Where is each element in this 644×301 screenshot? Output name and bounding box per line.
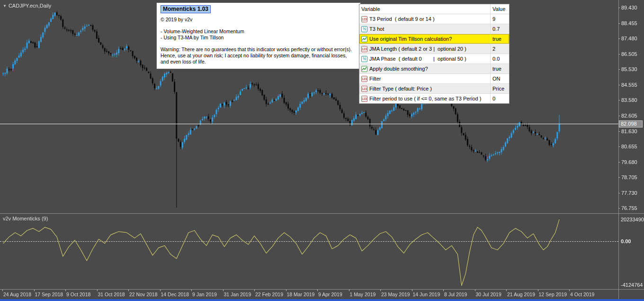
time-axis-label: 17 Sep 2018 (35, 292, 63, 297)
price-axis-label: 80.655 (621, 144, 637, 149)
indicator-title: Momenticks 1.03 (161, 5, 211, 13)
time-axis-label: 30 Jul 2019 (476, 292, 501, 297)
price-axis-label: 85.530 (621, 66, 637, 72)
param-row: 123JMA Length ( default 2 or 3 | optiona… (359, 44, 509, 54)
time-axis-label: 1 May 2019 (350, 292, 376, 297)
warning-line: and even loss of life. (161, 59, 357, 65)
param-label: Filter period to use ( if <= 0, same as … (369, 96, 481, 101)
price-axis-label: 86.505 (621, 51, 637, 57)
param-label: T3 Period ( default 9 or 14 ) (369, 16, 435, 22)
time-axis-tick (569, 290, 570, 291)
time-axis-tick (538, 290, 538, 291)
price-axis-label: 88.455 (621, 20, 637, 26)
bool-param-icon (361, 36, 367, 42)
time-axis-label: 14 Jun 2019 (413, 292, 440, 297)
price-axis-label: 77.730 (621, 190, 637, 196)
copyright-text: © 2019 by v2v (161, 17, 357, 23)
bid-price-box: 82.098 (619, 120, 643, 128)
oscillator-min-label: -4124764 (621, 282, 643, 288)
time-axis-tick (191, 290, 192, 291)
price-axis-tick (618, 193, 620, 193)
time-axis-tick (2, 290, 3, 291)
time-axis-label: 31 Oct 2018 (98, 292, 125, 297)
param-label: Filter (369, 76, 381, 82)
param-row: 123Filter period to use ( if <= 0, same … (359, 93, 509, 103)
time-axis-label: 23 May 2019 (381, 292, 410, 297)
bid-price-line (0, 124, 618, 124)
chevron-down-icon: ▼ (3, 4, 7, 8)
price-axis-tick (618, 23, 620, 24)
param-label: JMA Phase ( default 0 | optional 50 ) (369, 56, 466, 62)
param-row: 123Filter Type ( default: Price )Price (359, 83, 509, 93)
time-axis-label: 22 Feb 2019 (255, 292, 283, 297)
indicator-info-box: Momenticks 1.03 © 2019 by v2v - Volume-W… (156, 2, 361, 69)
time-axis-tick (317, 290, 318, 291)
window-bottom-edge (0, 299, 644, 301)
indicator-params-table: Variable Value 123T3 Period ( default 9 … (359, 4, 510, 104)
pane-separator-main[interactable] (0, 213, 644, 214)
int-param-icon: 123 (361, 16, 367, 22)
price-axis-tick (618, 54, 620, 55)
param-value: true (492, 36, 501, 42)
params-header-row: Variable Value (359, 4, 509, 14)
time-axis-tick (412, 290, 412, 291)
param-label: T3 hot (369, 26, 384, 32)
param-label: Apply double smoothing? (369, 66, 428, 72)
price-axis-label: 76.755 (621, 205, 637, 211)
double-param-icon: ½ (361, 56, 367, 62)
int-param-icon: 123 (361, 86, 367, 92)
header-variable: Variable (359, 4, 490, 14)
feature-bullets: - Volume-Weighted Linear Momentum- Using… (161, 28, 357, 41)
param-row: ½T3 hot0.7 (359, 24, 509, 34)
price-axis-tick (618, 116, 620, 116)
param-row: 123T3 Period ( default 9 or 14 )9 (359, 14, 509, 24)
time-axis-label: 12 Sep 2019 (539, 292, 567, 297)
price-axis-tick (618, 69, 620, 70)
time-axis-tick (65, 290, 66, 291)
time-axis-tick (349, 290, 349, 291)
price-axis-tick (618, 177, 620, 178)
time-axis-label: 24 Aug 2018 (3, 292, 31, 297)
price-axis-label: 81.630 (621, 128, 637, 134)
param-row: Apply double smoothing?true (359, 64, 509, 73)
time-axis-label: 31 Jan 2019 (224, 292, 251, 297)
param-row: 123FilterON (359, 73, 509, 83)
int-param-icon: 123 (361, 96, 367, 102)
param-value: Price (492, 86, 504, 91)
price-axis[interactable]: 89.43088.45587.48086.50585.53084.55583.5… (619, 0, 644, 290)
time-axis-label: 14 Dec 2018 (161, 292, 189, 297)
info-bullet-line: - Volume-Weighted Linear Momentum (161, 28, 357, 35)
param-label: Filter Type ( default: Price ) (369, 86, 432, 91)
chart-symbol-label[interactable]: ▼ CADJPY.ecn,Daily (3, 3, 51, 9)
param-value: 0 (492, 96, 495, 101)
price-axis-label: 89.430 (621, 5, 637, 10)
time-axis-tick (160, 290, 161, 291)
price-axis-label: 83.580 (621, 97, 637, 103)
time-axis-label: 9 Apr 2019 (318, 292, 342, 297)
price-axis-tick (618, 131, 620, 132)
param-value: 0.7 (492, 26, 500, 32)
time-axis-tick (254, 290, 255, 291)
info-title-row: Momenticks 1.03 (161, 5, 357, 13)
time-axis-tick (128, 290, 129, 291)
time-axis-label: 9 Oct 2018 (66, 292, 90, 297)
param-label: Use original Tim Tillson calculation? (369, 36, 452, 42)
oscillator-zero-label: 0.00 (621, 238, 631, 244)
param-row: ½JMA Phase ( default 0 | optional 50 )0.… (359, 54, 509, 64)
warning-line: Hence, use at your own risk; I accept no… (161, 53, 357, 59)
header-value: Value (490, 4, 509, 14)
param-value: ON (492, 76, 501, 82)
int-param-icon: 123 (361, 76, 367, 82)
time-axis-tick (223, 290, 224, 291)
price-axis-tick (618, 100, 620, 100)
double-param-icon: ½ (361, 26, 367, 32)
mt4-chart-window: ▼ CADJPY.ecn,Daily Momenticks 1.03 © 201… (0, 0, 644, 301)
time-axis-label: 18 Mar 2019 (287, 292, 315, 297)
time-axis-label: 21 Aug 2019 (507, 292, 535, 297)
subwindow-indicator-label: v2v Momenticks (9) (3, 216, 48, 221)
param-row: Use original Tim Tillson calculation?tru… (359, 34, 509, 44)
time-axis-tick (475, 290, 475, 291)
param-value: 9 (492, 16, 495, 22)
time-axis[interactable]: 24 Aug 201817 Sep 20189 Oct 201831 Oct 2… (0, 290, 644, 299)
time-axis-tick (506, 290, 507, 291)
